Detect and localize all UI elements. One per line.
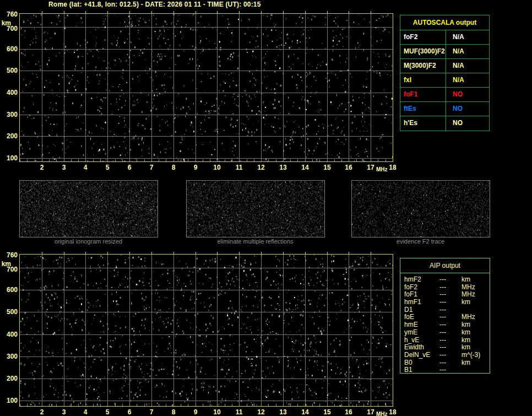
axis-tick-mark bbox=[371, 252, 371, 254]
autoscala-row-hes: h'EsNO bbox=[400, 116, 489, 131]
y-axis-unit-label: km bbox=[1, 260, 11, 268]
y-axis-tick-label: 600 bbox=[0, 286, 18, 294]
x-axis-tick-label: 8 bbox=[167, 164, 180, 171]
aip-row-hve: h_vE---km bbox=[400, 337, 490, 344]
x-axis-tick-label: 16 bbox=[342, 164, 355, 171]
autoscala-output-table: AUTOSCALA output foF2N/AMUF(3000)F2N/AM(… bbox=[400, 15, 490, 131]
parameter-value: N/A bbox=[446, 73, 489, 87]
station-date-time-title: Rome (lat: +41.8, lon: 012.5) - DATE: 20… bbox=[48, 1, 261, 8]
parameter-value: --- bbox=[439, 306, 462, 314]
axis-tick-mark bbox=[217, 252, 218, 254]
parameter-value: --- bbox=[439, 291, 462, 299]
y-axis-tick-label: 300 bbox=[0, 111, 18, 118]
axis-tick-mark bbox=[85, 252, 86, 254]
parameter-unit: km bbox=[462, 344, 490, 352]
y-axis-tick-label: 100 bbox=[0, 154, 18, 162]
parameter-value: NO bbox=[446, 88, 489, 101]
parameter-name: h_vE bbox=[400, 337, 439, 344]
parameter-name: foF1 bbox=[400, 88, 446, 101]
axis-tick-mark bbox=[327, 252, 328, 254]
aip-row-foe: foE---MHz bbox=[400, 314, 490, 321]
parameter-value: --- bbox=[439, 314, 462, 321]
aip-table-rows: hmF2---kmfoF2---MHzfoF1---MHzhmF1---kmD1… bbox=[400, 273, 490, 374]
axis-tick-mark bbox=[196, 11, 196, 13]
aip-row-d1: D1--- bbox=[400, 306, 490, 314]
axis-tick-mark bbox=[129, 252, 130, 254]
x-axis-tick-label: 6 bbox=[123, 408, 136, 416]
x-axis-tick-label: 14 bbox=[298, 164, 312, 171]
x-axis-tick-label: 5 bbox=[101, 164, 114, 171]
y-axis-tick-label: 100 bbox=[0, 397, 18, 404]
x-axis-tick-label: 9 bbox=[189, 164, 202, 171]
x-axis-tick-label: 7 bbox=[145, 408, 158, 416]
x-axis-tick-label: 18 bbox=[386, 408, 399, 416]
axis-tick-mark bbox=[239, 252, 240, 254]
aip-table-title: AIP output bbox=[400, 258, 490, 273]
parameter-unit: m^(-3) bbox=[462, 352, 490, 359]
axis-tick-mark bbox=[261, 252, 262, 254]
axis-tick-mark bbox=[371, 11, 371, 13]
autoscala-row-fxi: fxIN/A bbox=[400, 73, 489, 88]
aip-row-fof1: foF1---MHz bbox=[400, 291, 490, 299]
axis-tick-mark bbox=[239, 11, 240, 13]
y-axis-tick-label: 300 bbox=[0, 353, 18, 360]
x-axis-tick-label: 9 bbox=[189, 408, 202, 416]
x-axis-tick-label: 7 bbox=[145, 164, 158, 171]
aip-output-table: AIP output hmF2---kmfoF2---MHzfoF1---MHz… bbox=[400, 258, 490, 374]
axis-tick-mark bbox=[217, 11, 218, 13]
axis-tick-mark bbox=[283, 11, 284, 13]
parameter-value: --- bbox=[439, 299, 462, 306]
thumbnail-caption-original: original ionogram resized bbox=[19, 238, 158, 245]
axis-tick-mark bbox=[107, 11, 108, 13]
y-axis-tick-label: 400 bbox=[0, 331, 18, 338]
parameter-unit: MHz bbox=[462, 314, 490, 321]
parameter-unit bbox=[462, 306, 490, 314]
axis-tick-mark bbox=[349, 11, 349, 13]
x-axis-tick-label: 12 bbox=[254, 408, 268, 416]
aip-row-delnve: DelN_vE---m^(-3) bbox=[400, 352, 490, 359]
parameter-name: h'Es bbox=[400, 116, 446, 131]
ionogram-plot-bottom bbox=[19, 254, 393, 407]
x-axis-tick-label: 14 bbox=[298, 408, 312, 416]
axis-tick-mark bbox=[283, 252, 284, 254]
x-axis-tick-label: 15 bbox=[321, 408, 334, 416]
x-axis-tick-label: 3 bbox=[57, 408, 70, 416]
x-axis-unit-label: MHz bbox=[376, 411, 388, 416]
axis-tick-mark bbox=[151, 11, 152, 13]
parameter-unit: km bbox=[462, 329, 490, 337]
parameter-name: DelN_vE bbox=[400, 352, 439, 359]
aip-row-hmf1: hmF1---km bbox=[400, 299, 490, 306]
x-axis-tick-label: 3 bbox=[57, 164, 70, 171]
parameter-name: foF2 bbox=[400, 284, 439, 291]
y-axis-tick-label: 760 bbox=[0, 251, 18, 259]
x-axis-tick-label: 17 bbox=[364, 408, 377, 416]
parameter-unit: km bbox=[462, 299, 490, 306]
parameter-value: N/A bbox=[446, 59, 489, 73]
parameter-name: M(3000)F2 bbox=[400, 59, 446, 73]
axis-tick-mark bbox=[261, 11, 262, 13]
parameter-value: --- bbox=[439, 337, 462, 344]
parameter-name: MUF(3000)F2 bbox=[400, 45, 446, 58]
x-axis-tick-label: 18 bbox=[386, 164, 399, 171]
x-axis-tick-label: 10 bbox=[210, 408, 224, 416]
parameter-value: --- bbox=[439, 276, 462, 284]
autoscala-window: Rome (lat: +41.8, lon: 012.5) - DATE: 20… bbox=[0, 0, 532, 416]
parameter-unit: MHz bbox=[462, 291, 490, 299]
autoscala-row-fof2: foF2N/A bbox=[400, 30, 489, 45]
aip-row-hmf2: hmF2---km bbox=[400, 276, 490, 284]
parameter-name: hmF2 bbox=[400, 276, 439, 284]
x-axis-tick-label: 5 bbox=[101, 408, 114, 416]
parameter-value: --- bbox=[439, 329, 462, 337]
axis-tick-mark bbox=[305, 11, 306, 13]
x-axis-tick-label: 12 bbox=[254, 164, 268, 171]
axis-tick-mark bbox=[305, 252, 306, 254]
autoscala-table-rows: foF2N/AMUF(3000)F2N/AM(3000)F2N/AfxIN/Af… bbox=[400, 30, 489, 131]
axis-tick-mark bbox=[327, 11, 328, 13]
x-axis-tick-label: 2 bbox=[35, 408, 48, 416]
y-axis-tick-label: 200 bbox=[0, 375, 18, 382]
x-axis-tick-label: 16 bbox=[342, 408, 355, 416]
x-axis-tick-label: 13 bbox=[276, 408, 290, 416]
autoscala-table-title: AUTOSCALA output bbox=[400, 15, 489, 30]
autoscala-row-ftes: ftEsNO bbox=[400, 102, 489, 116]
x-axis-unit-label: MHz bbox=[376, 166, 388, 172]
